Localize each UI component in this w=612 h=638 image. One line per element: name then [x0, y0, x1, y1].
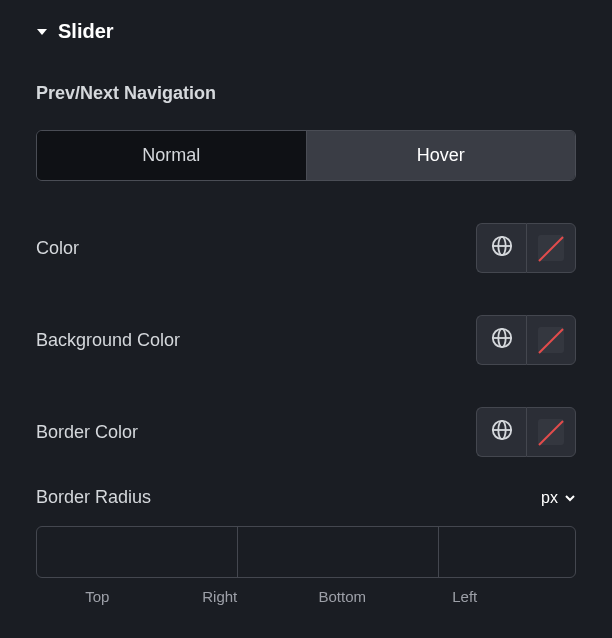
label-right: Right [159, 588, 282, 605]
tab-hover[interactable]: Hover [306, 131, 576, 180]
border-radius-unit-select[interactable]: px [541, 489, 576, 507]
label-top: Top [36, 588, 159, 605]
color-swatch-none-icon [538, 327, 564, 353]
subheading: Prev/Next Navigation [36, 83, 576, 104]
border-radius-side-labels: Top Right Bottom Left [36, 588, 576, 605]
globe-icon [491, 327, 513, 353]
globe-icon [491, 235, 513, 261]
background-color-global-button[interactable] [476, 315, 526, 365]
section-title: Slider [58, 20, 114, 43]
color-label: Color [36, 238, 79, 259]
color-swatch-button[interactable] [526, 223, 576, 273]
border-color-swatch-button[interactable] [526, 407, 576, 457]
globe-icon [491, 419, 513, 445]
caret-down-icon [36, 27, 48, 37]
color-row: Color [36, 223, 576, 273]
border-color-global-button[interactable] [476, 407, 526, 457]
border-radius-top-input[interactable] [37, 527, 238, 577]
state-tabs: Normal Hover [36, 130, 576, 181]
color-global-button[interactable] [476, 223, 526, 273]
section-header[interactable]: Slider [36, 20, 576, 43]
background-color-row: Background Color [36, 315, 576, 365]
border-radius-right-input[interactable] [238, 527, 439, 577]
label-bottom: Bottom [281, 588, 404, 605]
border-radius-inputs [36, 526, 576, 578]
background-color-swatch-button[interactable] [526, 315, 576, 365]
label-left: Left [404, 588, 527, 605]
border-color-label: Border Color [36, 422, 138, 443]
chevron-down-icon [564, 492, 576, 504]
color-swatch-none-icon [538, 235, 564, 261]
background-color-label: Background Color [36, 330, 180, 351]
border-radius-header: Border Radius px [36, 487, 576, 508]
border-radius-bottom-input[interactable] [439, 527, 576, 577]
color-swatch-none-icon [538, 419, 564, 445]
border-radius-label: Border Radius [36, 487, 151, 508]
border-color-row: Border Color [36, 407, 576, 457]
tab-normal[interactable]: Normal [37, 131, 306, 180]
unit-value: px [541, 489, 558, 507]
spacer [526, 588, 576, 605]
